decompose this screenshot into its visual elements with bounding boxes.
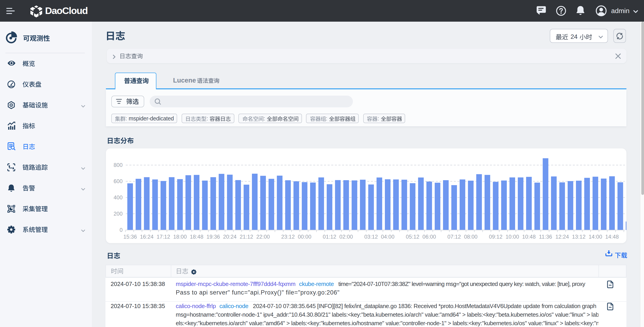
svg-text:19:36: 19:36 bbox=[206, 234, 220, 240]
svg-text:05:12: 05:12 bbox=[406, 234, 419, 240]
svg-text:18:48: 18:48 bbox=[190, 234, 203, 240]
svg-text:03:12: 03:12 bbox=[364, 234, 378, 240]
svg-text:400: 400 bbox=[113, 194, 122, 200]
svg-text:0: 0 bbox=[120, 227, 122, 233]
svg-text:09:12: 09:12 bbox=[489, 234, 502, 240]
svg-text:21:12: 21:12 bbox=[240, 234, 253, 240]
svg-text:15:36: 15:36 bbox=[123, 234, 136, 240]
svg-text:02:00: 02:00 bbox=[339, 234, 353, 240]
svg-text:01:12: 01:12 bbox=[322, 234, 336, 240]
svg-text:10:48: 10:48 bbox=[522, 234, 536, 240]
svg-text:10:00: 10:00 bbox=[505, 234, 519, 240]
svg-text:14:48: 14:48 bbox=[605, 234, 618, 240]
svg-text:600: 600 bbox=[113, 178, 122, 184]
svg-text:20:24: 20:24 bbox=[223, 234, 236, 240]
svg-text:08:00: 08:00 bbox=[464, 234, 477, 240]
svg-text:06:00: 06:00 bbox=[422, 234, 436, 240]
svg-text:17:12: 17:12 bbox=[156, 234, 170, 240]
svg-text:14:00: 14:00 bbox=[588, 234, 602, 240]
svg-text:800: 800 bbox=[113, 162, 122, 168]
svg-text:07:12: 07:12 bbox=[447, 234, 460, 240]
svg-text:22:00: 22:00 bbox=[256, 234, 270, 240]
svg-text:12:24: 12:24 bbox=[555, 234, 569, 240]
svg-text:11:36: 11:36 bbox=[539, 234, 552, 240]
svg-text:200: 200 bbox=[113, 211, 122, 217]
svg-text:00:00: 00:00 bbox=[298, 234, 311, 240]
svg-text:23:12: 23:12 bbox=[281, 234, 294, 240]
svg-text:18:00: 18:00 bbox=[173, 234, 186, 240]
svg-text:04:00: 04:00 bbox=[380, 234, 394, 240]
svg-text:13:12: 13:12 bbox=[572, 234, 585, 240]
svg-text:16:24: 16:24 bbox=[140, 234, 153, 240]
